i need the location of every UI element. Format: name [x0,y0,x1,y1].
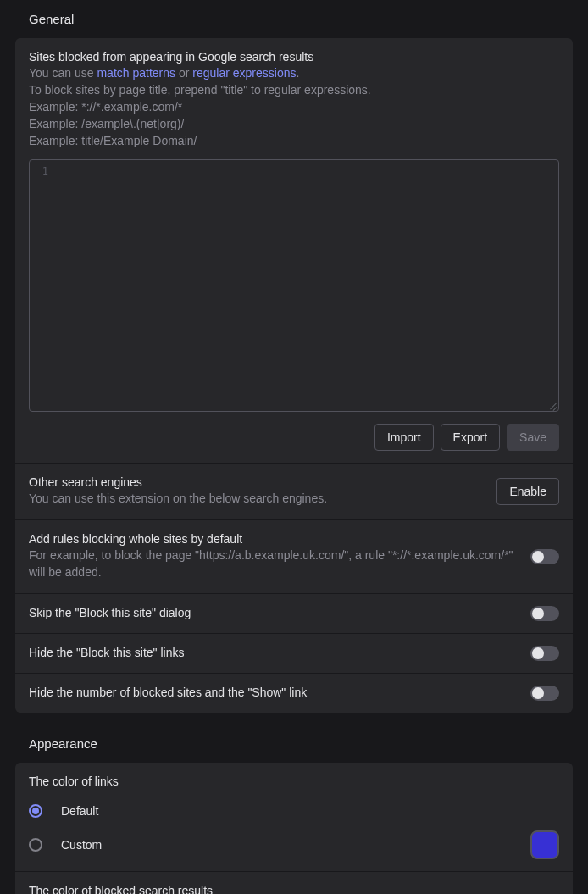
editor-line-number: 1 [30,160,53,411]
example-line-3: Example: title/Example Domain/ [29,133,559,150]
block-sites-help: You can use match patterns or regular ex… [29,65,559,82]
help-text: . [296,66,299,80]
match-patterns-link[interactable]: match patterns [97,66,175,80]
hide-links-title: Hide the "Block this site" links [29,646,517,659]
block-sites-title: Sites blocked from appearing in Google s… [29,50,559,64]
link-color-panel: The color of links Default Custom [15,763,573,872]
link-color-default-label: Default [61,804,559,818]
rules-editor: 1 [29,159,559,412]
whole-sites-sub: For example, to block the page "https://… [29,547,517,581]
blocked-color-panel: The color of blocked search results [15,872,573,894]
section-heading-appearance: Appearance [29,736,573,751]
resize-handle-icon[interactable] [548,401,557,409]
appearance-card: The color of links Default Custom The co… [15,763,573,894]
skip-dialog-panel: Skip the "Block this site" dialog [15,594,573,634]
skip-dialog-toggle[interactable] [530,606,559,621]
example-line-1: Example: *://*.example.com/* [29,99,559,116]
export-button[interactable]: Export [441,424,500,451]
link-color-default-radio[interactable] [29,804,42,818]
other-engines-title: Other search engines [29,475,483,489]
save-button: Save [507,424,559,451]
enable-other-engines-button[interactable]: Enable [496,478,559,505]
skip-dialog-title: Skip the "Block this site" dialog [29,606,517,619]
regular-expressions-link[interactable]: regular expressions [192,66,296,80]
hide-count-title: Hide the number of blocked sites and the… [29,686,517,699]
other-engines-panel: Other search engines You can use this ex… [15,464,573,520]
editor-button-row: Import Export Save [29,424,559,451]
help-text: You can use [29,66,97,80]
import-button[interactable]: Import [374,424,434,451]
link-color-swatch[interactable] [530,830,559,859]
link-color-default-row: Default [29,797,559,825]
link-color-custom-radio[interactable] [29,838,42,852]
help-text: or [175,66,192,80]
whole-sites-panel: Add rules blocking whole sites by defaul… [15,520,573,594]
section-heading-general: General [29,12,573,26]
general-card: Sites blocked from appearing in Google s… [15,38,573,713]
hide-links-panel: Hide the "Block this site" links [15,634,573,674]
link-color-custom-row: Custom [29,830,559,859]
hide-count-toggle[interactable] [530,686,559,701]
whole-sites-title: Add rules blocking whole sites by defaul… [29,532,517,546]
whole-sites-toggle[interactable] [530,549,559,564]
link-color-title: The color of links [29,775,559,788]
help-title-line: To block sites by page title, prepend "t… [29,82,559,99]
link-color-custom-label: Custom [61,838,512,852]
hide-links-toggle[interactable] [530,646,559,661]
blocked-color-title: The color of blocked search results [29,884,559,894]
hide-count-panel: Hide the number of blocked sites and the… [15,674,573,713]
other-engines-sub: You can use this extension on the below … [29,491,483,508]
block-sites-panel: Sites blocked from appearing in Google s… [15,38,573,464]
example-line-2: Example: /example\.(net|org)/ [29,116,559,133]
rules-textarea[interactable] [53,160,558,411]
